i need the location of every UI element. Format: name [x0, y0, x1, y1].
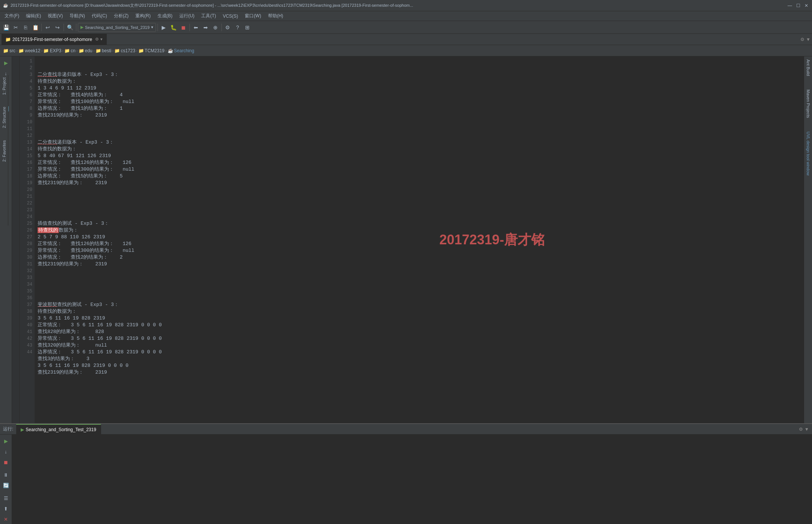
debug-button[interactable]: 🐛 [169, 23, 178, 32]
tab-arrow-icon[interactable]: ▾ [100, 37, 103, 42]
run-configuration-dropdown[interactable]: ▶ Searching_and_Sorting_Test_2319 ▾ [78, 23, 156, 32]
tab-bar-minimize-icon[interactable]: ▼ [806, 37, 810, 42]
tab-project-icon: 📁 [5, 37, 11, 42]
breadcrumb-sep7: › [136, 48, 138, 53]
run-close-icon[interactable]: ✕ [1, 514, 11, 524]
toolbar-back-btn[interactable]: ⬅ [191, 23, 200, 32]
folder-icon5: 📁 [79, 48, 84, 53]
toolbar-sep2 [64, 24, 64, 31]
menu-bar: 文件(F)编辑(E)视图(V)导航(N)代码(C)分析(Z)重构(R)生成(B)… [0, 11, 812, 21]
run-filter-icon[interactable]: ☰ [1, 493, 11, 503]
maven-projects-tab[interactable]: Maven Projects [805, 86, 812, 121]
line-numbers: 12345 678910 1112131415 1617181920 21222… [20, 56, 35, 423]
breadcrumb-sep2: › [41, 48, 42, 53]
run-content[interactable] [12, 435, 812, 524]
toolbar-forward-btn[interactable]: ➡ [201, 23, 210, 32]
stop-button[interactable]: ◼ [179, 23, 188, 32]
run-panel-minimize-icon[interactable]: ▼ [804, 427, 809, 432]
breadcrumb-tcm2319[interactable]: 📁 TCM2319 [138, 48, 165, 53]
breadcrumb-sep8: › [165, 48, 167, 53]
folder-icon4: 📁 [64, 48, 70, 53]
main-tab[interactable]: 📁 20172319-First-semester-of-sophomore ⚙… [2, 34, 107, 45]
run-again-icon[interactable]: ▶ [1, 436, 11, 446]
run-rebuild-icon[interactable]: 🔄 [1, 480, 11, 490]
menu-item-12[interactable]: 帮助(H) [265, 12, 286, 20]
toolbar-settings-btn[interactable]: ⚙ [223, 23, 232, 32]
menu-item-7[interactable]: 生成(B) [155, 12, 176, 20]
run-step-icon[interactable]: ↓ [1, 447, 11, 456]
minimize-button[interactable]: — [787, 3, 792, 8]
breadcrumb-searching[interactable]: ☕ Searching [168, 48, 194, 53]
run-scroll-top-icon[interactable]: ⬆ [1, 504, 11, 513]
run-stop-icon[interactable]: ◼ [1, 457, 11, 467]
breadcrumb-edu[interactable]: 📁 edu [79, 48, 92, 53]
dropdown-arrow-icon: ▾ [151, 25, 153, 30]
menu-item-8[interactable]: 运行(U) [176, 12, 198, 20]
toolbar-save-btn[interactable]: 💾 [2, 23, 11, 32]
editor-area[interactable]: 12345 678910 1112131415 1617181920 21222… [12, 56, 812, 423]
run-tab-icon: ▶ [21, 427, 24, 432]
menu-item-5[interactable]: 分析(Z) [111, 12, 132, 20]
breadcrumb-sep5: › [93, 48, 95, 53]
run-tab-label: Searching_and_Sorting_Test_2319 [26, 427, 96, 432]
folder-icon: 📁 [3, 48, 9, 53]
structure-tab[interactable]: 2: Structure [1, 104, 8, 130]
toolbar-sep4 [158, 24, 158, 31]
toolbar-nav-btn[interactable]: ⊕ [211, 23, 220, 32]
breadcrumb-besti[interactable]: 📁 besti [95, 48, 111, 53]
project-tab[interactable]: 1: Project [1, 75, 8, 97]
run-config-tab[interactable]: ▶ Searching_and_Sorting_Test_2319 [16, 424, 101, 435]
menu-item-3[interactable]: 导航(N) [67, 12, 88, 20]
breadcrumb-sep3: › [62, 48, 64, 53]
folder-icon7: 📁 [114, 48, 120, 53]
toolbar-help-btn[interactable]: ? [233, 23, 242, 32]
breadcrumb-cn[interactable]: 📁 cn [64, 48, 76, 53]
left-vertical-panel: 1: Project 2: Structure 2: Favorites [0, 75, 8, 226]
ant-build-tab[interactable]: Ant Build [805, 56, 812, 79]
toolbar-copy-btn[interactable]: ⎘ [21, 23, 30, 32]
breadcrumb-sep4: › [76, 48, 78, 53]
toolbar-paste-btn[interactable]: 📋 [31, 23, 40, 32]
menu-item-1[interactable]: 编辑(E) [23, 12, 44, 20]
breadcrumb-exp3[interactable]: 📁 EXP3 [43, 48, 61, 53]
maximize-button[interactable]: ☐ [795, 3, 801, 8]
run-pause-icon[interactable]: ⏸ [1, 470, 11, 480]
favorites-tab[interactable]: 2: Favorites [1, 138, 8, 164]
toolbar-sep6 [221, 24, 222, 31]
folder-icon6: 📁 [95, 48, 101, 53]
folder-icon3: 📁 [43, 48, 49, 53]
folder-icon8: 📁 [138, 48, 144, 53]
toolbar-find-btn[interactable]: 🔍 [65, 23, 74, 32]
breadcrumb-bar: 📁 src › 📁 week12 › 📁 EXP3 › 📁 cn › 📁 edu… [0, 45, 812, 56]
run-icon-left[interactable]: ▶ [1, 58, 11, 68]
toolbar-cut-btn[interactable]: ✂ [11, 23, 20, 32]
java-file-icon: ☕ [168, 48, 173, 53]
menu-item-6[interactable]: 重构(R) [132, 12, 154, 20]
window-controls: — ☐ ✕ [787, 3, 809, 8]
breadcrumb-week12[interactable]: 📁 week12 [18, 48, 40, 53]
breadcrumb-sep1: › [16, 48, 18, 53]
close-button[interactable]: ✕ [804, 3, 809, 8]
menu-item-2[interactable]: 视图(V) [45, 12, 66, 20]
menu-item-11[interactable]: 窗口(W) [242, 12, 264, 20]
breadcrumb-cs1723[interactable]: 📁 cs1723 [114, 48, 135, 53]
toolbar-redo-btn[interactable]: ↪ [53, 23, 62, 32]
menu-item-10[interactable]: VCS(S) [220, 13, 241, 20]
uvl-design-tab[interactable]: UVL design tool window [805, 129, 812, 179]
toolbar-undo-btn[interactable]: ↩ [43, 23, 52, 32]
run-output: ▶ ↓ ◼ ⏸ 🔄 ☰ ⬆ ✕ [0, 435, 812, 524]
tab-bar-settings-icon[interactable]: ⚙ [800, 37, 804, 42]
folder-icon2: 📁 [18, 48, 24, 53]
menu-item-9[interactable]: 工具(T) [198, 12, 219, 20]
menu-item-4[interactable]: 代码(C) [89, 12, 110, 20]
run-button[interactable]: ▶ [159, 23, 168, 32]
menu-item-0[interactable]: 文件(F) [2, 12, 22, 20]
editor-content[interactable]: 二分查找非递归版本 - Exp3 - 3： 待查找的数据为： 1 3 4 6 9… [35, 56, 165, 423]
tab-settings-icon[interactable]: ⚙ [95, 37, 99, 42]
right-panel-tabs: Ant Build Maven Projects UVL design tool… [804, 56, 812, 423]
gutter [12, 56, 20, 423]
run-panel-settings-icon[interactable]: ⚙ [799, 427, 803, 432]
breadcrumb-src[interactable]: 📁 src [3, 48, 15, 53]
toolbar-update-btn[interactable]: ⊞ [243, 23, 252, 32]
run-panel-header: 运行: ▶ Searching_and_Sorting_Test_2319 ⚙ … [0, 424, 812, 435]
